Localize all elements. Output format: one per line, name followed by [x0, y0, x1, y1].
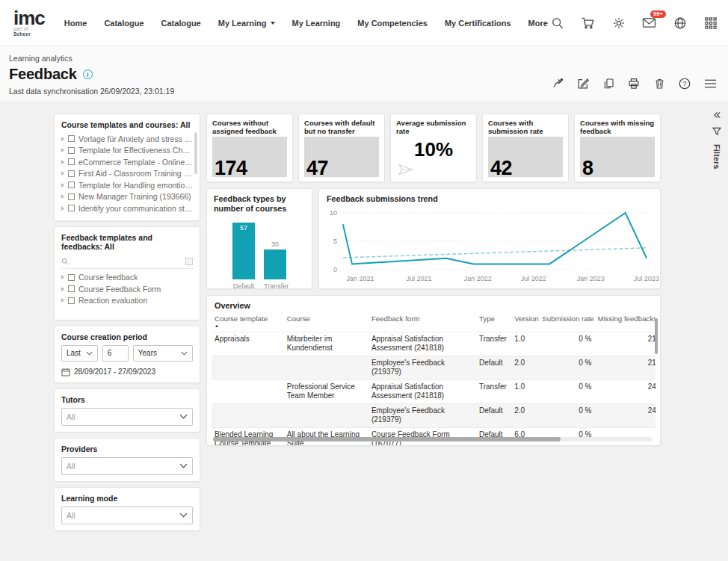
- feedback-search-input[interactable]: [61, 255, 193, 269]
- table-row[interactable]: Professional Service Team MemberAppraisa…: [212, 379, 655, 403]
- expand-caret-icon[interactable]: [61, 137, 64, 141]
- period-mode-select[interactable]: Last: [61, 345, 98, 362]
- search-options-button[interactable]: [185, 258, 193, 265]
- table-vertical-scrollbar[interactable]: [655, 318, 658, 354]
- kpi-card-1[interactable]: Courses with default but no transfer fee…: [298, 114, 385, 182]
- edit-icon[interactable]: [576, 76, 590, 91]
- dashboard: Course templates and courses: All Vorlag…: [0, 102, 728, 561]
- checkbox[interactable]: [68, 170, 75, 177]
- kpi-value: 10%: [391, 138, 476, 161]
- apps-grid-icon[interactable]: [701, 13, 721, 33]
- kpi-card-2[interactable]: Average submission rate10%: [390, 114, 477, 182]
- course-template-label: New Manager Training (193666): [78, 192, 191, 201]
- column-header[interactable]: Course: [284, 312, 368, 332]
- checkbox[interactable]: [68, 297, 75, 304]
- expand-caret-icon[interactable]: [61, 183, 64, 187]
- messages-icon[interactable]: 99+: [640, 13, 659, 33]
- bar-default[interactable]: 57: [232, 223, 255, 279]
- table-cell: 0 %: [539, 356, 594, 379]
- checkbox[interactable]: [68, 193, 75, 200]
- feedback-template-item[interactable]: Reaction evaluation: [61, 295, 193, 307]
- checkbox[interactable]: [68, 135, 75, 142]
- print-icon[interactable]: [626, 76, 641, 91]
- checkbox[interactable]: [68, 147, 75, 154]
- column-header[interactable]: Course template▲: [212, 312, 284, 332]
- table-cell: 24: [594, 403, 655, 427]
- help-icon[interactable]: ?: [677, 76, 692, 91]
- tree-scrollbar[interactable]: [194, 132, 197, 174]
- language-globe-icon[interactable]: [670, 13, 690, 33]
- course-template-item[interactable]: eCommerce Template - Online course…: [61, 156, 193, 168]
- expand-filters-icon[interactable]: [713, 111, 721, 119]
- nav-item-catalogue-2[interactable]: Catalogue: [161, 19, 201, 28]
- course-template-item[interactable]: Identify your communication style (18…: [61, 202, 193, 214]
- kpi-card-0[interactable]: Courses without assigned feedback form17…: [206, 114, 293, 182]
- expand-caret-icon[interactable]: [61, 298, 64, 303]
- column-header[interactable]: Version: [511, 312, 539, 332]
- kpi-card-4[interactable]: Courses with missing feedback submission…: [574, 114, 661, 182]
- expand-caret-icon[interactable]: [61, 275, 64, 279]
- feedback-template-item[interactable]: Course Feedback Form: [61, 283, 193, 295]
- y-axis-tick-label: 10: [328, 209, 337, 217]
- course-templates-panel: Course templates and courses: All Vorlag…: [54, 114, 200, 221]
- course-template-item[interactable]: New Manager Training (193666): [61, 191, 193, 203]
- nav-item-my-learning-4[interactable]: My Learning: [292, 19, 341, 28]
- bar-category-label: Transfer: [264, 282, 286, 290]
- checkbox[interactable]: [68, 285, 75, 292]
- table-cell: Appraisal Satisfaction Assessment (24181…: [368, 379, 476, 403]
- cart-icon[interactable]: [579, 13, 598, 33]
- feedback-template-item[interactable]: Course feedback: [61, 272, 193, 284]
- course-template-item[interactable]: Template for Handling emontions with…: [61, 179, 193, 191]
- course-template-label: First Aid - Classroom Training (163568): [78, 169, 193, 178]
- period-unit-select[interactable]: Years: [133, 345, 193, 362]
- nav-item-more-7[interactable]: More: [528, 19, 548, 28]
- search-icon[interactable]: [548, 13, 567, 33]
- table-cell: 0 %: [539, 332, 594, 356]
- checkbox[interactable]: [68, 158, 75, 165]
- expand-caret-icon[interactable]: [61, 171, 64, 176]
- table-horizontal-scrollbar-thumb[interactable]: [213, 437, 561, 441]
- nav-item-my-competencies-5[interactable]: My Competencies: [357, 19, 428, 28]
- menu-icon[interactable]: [703, 76, 718, 91]
- table-row[interactable]: Employee's Feedback (219379)Default2.00 …: [212, 356, 655, 379]
- column-header[interactable]: Submission rate: [539, 312, 594, 332]
- info-icon[interactable]: i: [83, 69, 93, 79]
- share-icon[interactable]: [550, 76, 565, 91]
- expand-caret-icon[interactable]: [61, 287, 64, 291]
- column-header[interactable]: Feedback form: [368, 312, 476, 332]
- checkbox[interactable]: [68, 274, 75, 281]
- table-row[interactable]: AppraisalsMitarbeiter im KundendienstApp…: [212, 332, 655, 356]
- learning-mode-select[interactable]: All: [61, 506, 193, 524]
- expand-caret-icon[interactable]: [61, 206, 64, 211]
- nav-item-catalogue-1[interactable]: Catalogue: [104, 19, 144, 28]
- tutors-select[interactable]: All: [61, 408, 193, 426]
- breadcrumb[interactable]: Learning analytics: [9, 54, 719, 63]
- providers-select[interactable]: All: [61, 457, 193, 475]
- column-header[interactable]: Missing feedbacks: [594, 312, 655, 332]
- table-row[interactable]: Employee's Feedback (219379)Default2.00 …: [212, 403, 655, 427]
- delete-trash-icon[interactable]: [652, 76, 667, 91]
- nav-item-home-0[interactable]: Home: [64, 19, 87, 28]
- bar-chart-card[interactable]: Feedback types by number of courses 5730…: [206, 188, 312, 289]
- filters-pane-label[interactable]: Filters: [712, 144, 721, 170]
- settings-gear-icon[interactable]: [609, 13, 629, 33]
- course-template-item[interactable]: First Aid - Classroom Training (163568): [61, 168, 193, 180]
- imc-logo[interactable]: imc part of Scheer: [13, 10, 45, 37]
- line-chart-card[interactable]: Feedback submissions trend 1050 Jan 2021…: [318, 188, 661, 289]
- period-value-input[interactable]: 6: [102, 345, 129, 362]
- checkbox[interactable]: [68, 182, 75, 188]
- expand-caret-icon[interactable]: [61, 194, 64, 199]
- kpi-card-3[interactable]: Courses with submission rate lower than …: [482, 114, 569, 182]
- copy-icon[interactable]: [601, 76, 616, 91]
- checkbox[interactable]: [68, 205, 75, 211]
- column-header[interactable]: Type: [476, 312, 511, 332]
- course-template-item[interactable]: Vorlage für Anxiety and stress manage…: [61, 133, 193, 145]
- table-horizontal-scrollbar[interactable]: [213, 437, 653, 441]
- kpi-row: Courses without assigned feedback form17…: [206, 114, 661, 182]
- nav-item-my-learning-3[interactable]: My Learning: [218, 19, 275, 28]
- expand-caret-icon[interactable]: [61, 148, 64, 152]
- bar-transfer[interactable]: 30: [264, 241, 286, 279]
- nav-item-my-certifications-6[interactable]: My Certifications: [445, 19, 511, 28]
- expand-caret-icon[interactable]: [61, 160, 64, 164]
- course-template-item[interactable]: Template for Effectiveness Check Cour…: [61, 145, 193, 157]
